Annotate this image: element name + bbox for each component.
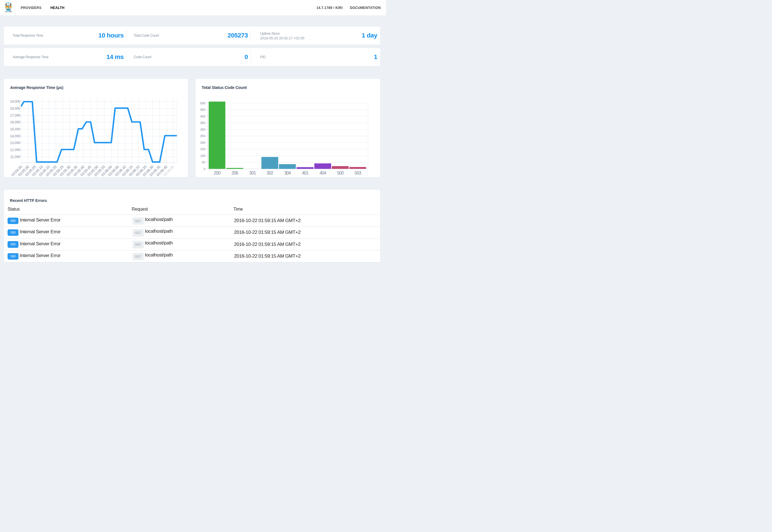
svg-text:500: 500: [200, 102, 205, 105]
svg-text:150: 150: [200, 147, 205, 151]
svg-text:301: 301: [249, 171, 256, 175]
svg-text:300: 300: [200, 128, 205, 131]
svg-text:træfik: træfik: [5, 10, 12, 13]
svg-text:350: 350: [200, 121, 205, 124]
svg-text:404: 404: [319, 171, 326, 175]
svg-text:302: 302: [267, 171, 273, 175]
svg-text:15,000: 15,000: [10, 127, 20, 131]
svg-text:0: 0: [203, 167, 205, 171]
svg-text:18,000: 18,000: [10, 107, 20, 110]
svg-text:100: 100: [200, 154, 205, 157]
svg-text:401: 401: [302, 171, 309, 175]
svg-text:503: 503: [354, 171, 361, 175]
svg-text:12,000: 12,000: [10, 148, 20, 152]
svg-text:50: 50: [202, 161, 205, 164]
svg-text:17,000: 17,000: [10, 114, 20, 117]
svg-text:500: 500: [337, 171, 343, 175]
svg-text:19,000: 19,000: [10, 100, 20, 103]
svg-text:450: 450: [200, 108, 205, 111]
svg-text:11,000: 11,000: [10, 155, 20, 159]
svg-text:14,000: 14,000: [10, 134, 20, 138]
svg-text:200: 200: [214, 171, 220, 175]
svg-text:13,000: 13,000: [10, 141, 20, 145]
svg-text:16,000: 16,000: [10, 120, 20, 124]
svg-text:206: 206: [231, 171, 238, 175]
svg-text:200: 200: [200, 141, 205, 144]
svg-text:304: 304: [284, 171, 291, 175]
svg-text:400: 400: [200, 115, 205, 118]
svg-text:250: 250: [200, 134, 205, 138]
